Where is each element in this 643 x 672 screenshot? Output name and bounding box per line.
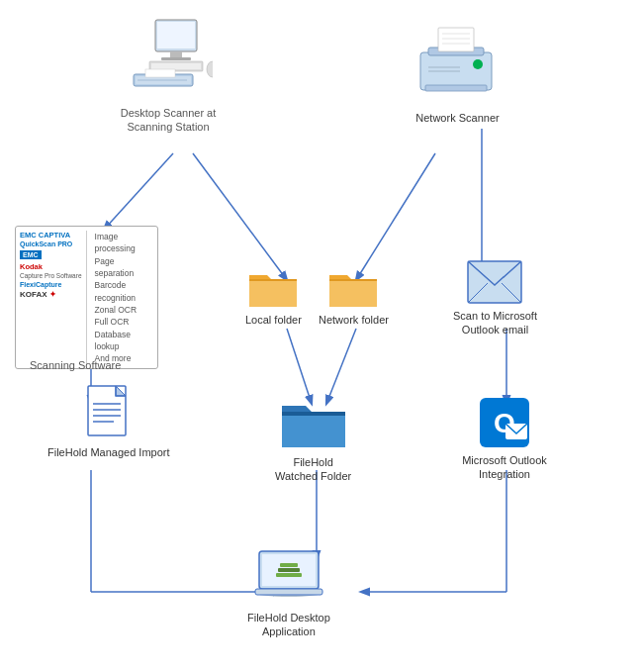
svg-rect-50 bbox=[278, 568, 300, 572]
svg-rect-16 bbox=[161, 57, 191, 60]
svg-line-6 bbox=[326, 329, 356, 404]
svg-rect-48 bbox=[255, 589, 322, 595]
filehold-managed-import-node: FileHold Managed Import bbox=[47, 384, 170, 459]
desktop-scanner-label: Desktop Scanner at Scanning Station bbox=[109, 106, 228, 135]
svg-rect-49 bbox=[280, 563, 298, 567]
scanning-software-box: EMC CAPTIVAQuickScan PRO EMC Kodak Captu… bbox=[15, 226, 158, 369]
svg-rect-23 bbox=[145, 69, 175, 77]
svg-point-19 bbox=[207, 61, 213, 77]
scan-to-email-node: Scan to MicrosoftOutlook email bbox=[453, 259, 537, 337]
filehold-watched-folder-node: FileHoldWatched Folder bbox=[275, 396, 351, 484]
watched-folder-icon bbox=[280, 396, 347, 451]
network-folder-node: Network folder bbox=[319, 267, 389, 327]
outlook-icon: O bbox=[478, 396, 531, 449]
svg-line-3 bbox=[356, 153, 435, 280]
svg-rect-14 bbox=[157, 22, 195, 48]
svg-point-31 bbox=[473, 59, 483, 69]
filehold-desktop-node: FileHold DesktopApplication bbox=[247, 549, 330, 639]
svg-line-0 bbox=[104, 153, 173, 230]
local-folder-label: Local folder bbox=[245, 313, 302, 327]
filehold-desktop-label: FileHold DesktopApplication bbox=[247, 611, 330, 639]
local-folder-icon bbox=[247, 267, 299, 309]
scan-to-email-label: Scan to MicrosoftOutlook email bbox=[453, 309, 537, 337]
network-folder-icon bbox=[327, 267, 379, 309]
svg-rect-15 bbox=[170, 51, 182, 57]
diagram-container: Desktop Scanner at Scanning Station Netw… bbox=[0, 0, 643, 672]
outlook-integration-node: O Microsoft Outlook Integration bbox=[450, 396, 559, 482]
desktop-scanner-icon bbox=[124, 18, 213, 102]
network-scanner-icon bbox=[411, 18, 505, 107]
svg-line-1 bbox=[193, 153, 287, 280]
filehold-managed-import-label: FileHold Managed Import bbox=[47, 445, 170, 459]
features-list: Image processing Page separation Barcode… bbox=[95, 231, 153, 364]
network-scanner-node: Network Scanner bbox=[411, 18, 505, 125]
local-folder-node: Local folder bbox=[245, 267, 302, 327]
svg-line-5 bbox=[287, 329, 312, 404]
laptop-icon bbox=[251, 549, 326, 607]
svg-rect-26 bbox=[438, 28, 474, 51]
svg-rect-30 bbox=[425, 85, 487, 91]
scanning-software-label: Scanning Software bbox=[30, 359, 121, 371]
watched-folder-label: FileHoldWatched Folder bbox=[275, 455, 351, 484]
network-folder-label: Network folder bbox=[319, 313, 389, 327]
desktop-scanner-node: Desktop Scanner at Scanning Station bbox=[109, 18, 228, 135]
outlook-integration-label: Microsoft Outlook Integration bbox=[450, 453, 559, 482]
network-scanner-label: Network Scanner bbox=[415, 111, 499, 125]
mail-icon bbox=[466, 259, 523, 305]
svg-rect-18 bbox=[151, 63, 201, 69]
svg-rect-51 bbox=[276, 573, 302, 577]
document-icon bbox=[86, 384, 132, 441]
